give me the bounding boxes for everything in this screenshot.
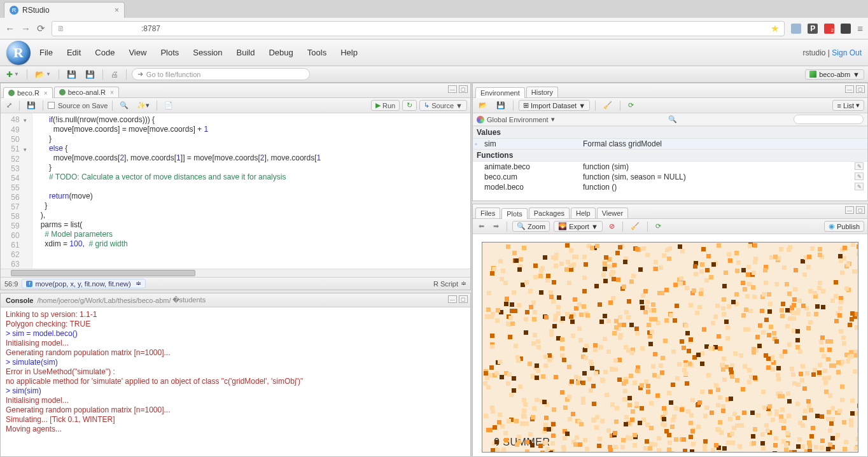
save-all-button[interactable]: 💾	[83, 69, 97, 80]
edit-icon[interactable]: ✎	[855, 162, 864, 170]
browser-tabstrip: R RStudio ×	[0, 0, 868, 18]
print-button[interactable]: 🖨	[108, 69, 121, 80]
menu-edit[interactable]: Edit	[67, 48, 81, 57]
refresh-button[interactable]: ⟳	[626, 101, 636, 110]
tab-help[interactable]: Help	[571, 207, 596, 218]
new-file-button[interactable]: ✚▼	[4, 69, 22, 80]
reload-icon[interactable]: ⟳	[37, 23, 45, 34]
horizontal-scrollbar[interactable]	[1, 269, 470, 277]
view-mode-button[interactable]: ≡ List▾	[832, 100, 864, 111]
project-selector[interactable]: beco-abm ▼	[805, 69, 864, 80]
menu-code[interactable]: Code	[95, 48, 115, 57]
console-path: /home/joeroe/g/Work/Lab/thesis/beco-abm/	[37, 297, 171, 304]
open-file-button[interactable]: 📂▼	[32, 69, 53, 80]
maximize-pane-icon[interactable]: ▢	[856, 85, 865, 93]
tab-history[interactable]: History	[526, 87, 558, 97]
scope-selector[interactable]: Global Environment	[487, 116, 549, 123]
browser-tab[interactable]: R RStudio ×	[4, 2, 125, 18]
extension-icon[interactable]: 2	[824, 24, 834, 34]
env-function-row[interactable]: model.becofunction ()✎	[473, 182, 867, 192]
extension-icon[interactable]	[791, 24, 801, 34]
rstudio-logo: R	[6, 41, 31, 65]
remove-plot-button[interactable]: ⊘	[606, 221, 617, 231]
export-button[interactable]: 🌄 Export▼	[554, 221, 603, 232]
rstudio-favicon: R	[10, 6, 18, 15]
tab-viewer[interactable]: Viewer	[597, 207, 628, 218]
console-pane: Console /home/joeroe/g/Work/Lab/thesis/b…	[0, 293, 471, 457]
minimize-pane-icon[interactable]: —	[448, 295, 457, 303]
close-icon[interactable]: ×	[115, 6, 119, 15]
tab-plots[interactable]: Plots	[501, 208, 527, 219]
url-bar[interactable]: 🗎 :8787 ★	[52, 21, 785, 36]
run-button[interactable]: ▶Run	[371, 100, 400, 111]
env-function-row[interactable]: beco.cumfunction (sim, season = NULL)✎	[473, 172, 867, 182]
close-icon[interactable]: ×	[110, 89, 114, 96]
source-tab[interactable]: beco.R×	[3, 87, 53, 98]
popout-button[interactable]: ⤢	[4, 101, 15, 110]
goto-file-input[interactable]: ➜Go to file/function	[132, 68, 310, 80]
maximize-pane-icon[interactable]: ▢	[459, 85, 468, 93]
menu-build[interactable]: Build	[237, 48, 255, 57]
tab-environment[interactable]: Environment	[475, 87, 525, 98]
load-workspace-button[interactable]: 📂	[476, 101, 490, 110]
bookmark-star-icon[interactable]: ★	[771, 23, 779, 34]
edit-icon[interactable]: ✎	[855, 183, 864, 190]
rerun-button[interactable]: ↻	[402, 100, 417, 111]
page-icon: 🗎	[57, 24, 65, 33]
extension-icon[interactable]	[841, 24, 851, 34]
save-workspace-button[interactable]: 💾	[494, 101, 508, 110]
env-value-row[interactable]: ◦simFormal class gridModel	[473, 139, 867, 149]
source-tabstrip: beco.R×beco-anal.R×—▢	[1, 83, 470, 98]
source-button[interactable]: ↳Source▼	[419, 100, 467, 111]
path-browse-icon[interactable]: �students	[172, 296, 206, 304]
menu-icon[interactable]: ≡	[857, 23, 863, 34]
menu-view[interactable]: View	[129, 48, 146, 57]
import-dataset-button[interactable]: ⊞Import Dataset▼	[519, 100, 590, 111]
maximize-pane-icon[interactable]: ▢	[459, 295, 468, 303]
publish-button[interactable]: ◉ Publish	[824, 221, 864, 232]
environment-toolbar: 📂 💾 ⊞Import Dataset▼ 🧹 ⟳ ≡ List▾	[473, 98, 867, 113]
wand-button[interactable]: ✨▾	[134, 101, 152, 110]
sign-out-link[interactable]: Sign Out	[832, 48, 862, 57]
menu-tools[interactable]: Tools	[307, 48, 326, 57]
minimize-pane-icon[interactable]: —	[448, 85, 457, 93]
menu-plots[interactable]: Plots	[160, 48, 179, 57]
tab-files[interactable]: Files	[475, 207, 500, 218]
next-plot-button[interactable]: ➡	[491, 221, 501, 231]
prev-plot-button[interactable]: ⬅	[476, 221, 487, 231]
file-type-label[interactable]: R Script	[433, 280, 458, 288]
extension-icon[interactable]: P	[808, 24, 818, 34]
edit-icon[interactable]: ✎	[855, 172, 864, 180]
find-button[interactable]: 🔍	[117, 101, 131, 110]
maximize-pane-icon[interactable]: ▢	[856, 206, 865, 214]
clear-plots-button[interactable]: 🧹	[628, 221, 642, 231]
code-editor[interactable]: 48 ▾49 50 51 ▾52 53 54 55 56 57 58 59 60…	[1, 113, 470, 269]
clear-workspace-button[interactable]: 🧹	[601, 101, 615, 110]
environment-search-input[interactable]	[794, 115, 864, 124]
env-function-row[interactable]: animate.becofunction (sim)✎	[473, 162, 867, 172]
user-area: rstudio | Sign Out	[802, 48, 862, 57]
menu-debug[interactable]: Debug	[269, 48, 293, 57]
back-icon[interactable]: ←	[5, 23, 15, 34]
forward-icon[interactable]: →	[21, 23, 31, 34]
scope-crumb[interactable]: fmove(pop, x, y, fit.now, fit.new)≑	[22, 279, 145, 288]
zoom-button[interactable]: 🔍 Zoom	[512, 221, 550, 232]
plots-pane: FilesPlotsPackagesHelpViewer—▢ ⬅ ➡ 🔍 Zoo…	[472, 204, 868, 457]
minimize-pane-icon[interactable]: —	[845, 206, 854, 214]
menu-session[interactable]: Session	[193, 48, 222, 57]
save-button[interactable]: 💾	[64, 69, 79, 80]
save-button[interactable]: 💾	[24, 101, 38, 110]
source-on-save-checkbox[interactable]	[48, 102, 55, 109]
source-tab[interactable]: beco-anal.R×	[54, 87, 119, 97]
tab-packages[interactable]: Packages	[529, 207, 570, 218]
compile-button[interactable]: 📄	[162, 101, 176, 110]
menu-help[interactable]: Help	[340, 48, 358, 57]
browser-tab-title: RStudio	[22, 6, 50, 15]
refresh-plot-button[interactable]: ⟳	[653, 221, 664, 231]
environment-list[interactable]: Values◦simFormal class gridModelFunction…	[473, 126, 867, 200]
console-output[interactable]: Linking to sp version: 1.1-1Polygon chec…	[1, 307, 470, 456]
scope-icon	[477, 116, 484, 123]
menu-file[interactable]: File	[39, 48, 53, 57]
close-icon[interactable]: ×	[44, 90, 48, 97]
minimize-pane-icon[interactable]: —	[845, 85, 854, 93]
